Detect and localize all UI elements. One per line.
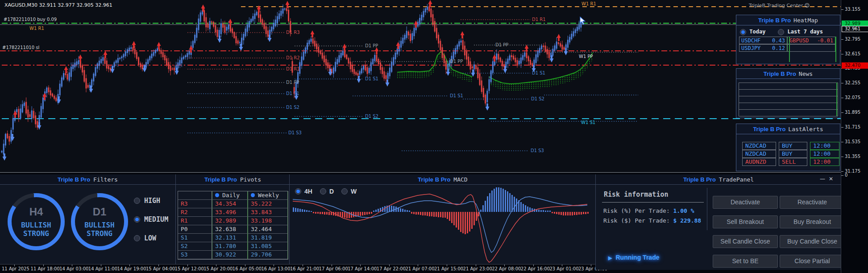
reactivate-button[interactable]: Reactivate	[780, 196, 845, 209]
macd-radio-w[interactable]: W	[341, 188, 357, 195]
panel-title: MACD	[453, 176, 467, 183]
macd-radio-4h[interactable]: 4H	[295, 188, 312, 195]
radio-dot-icon[interactable]	[251, 193, 255, 197]
pivot-daily-value: 32.131	[212, 234, 248, 242]
buy-signal-arrow-icon	[132, 41, 136, 48]
pivot-segment-label: D1 S3	[288, 130, 302, 135]
price-tick-label: 32.615	[845, 51, 860, 56]
triangle-icon: ▶	[608, 255, 612, 261]
pivots-header: Triple B Pro Pivots	[176, 174, 290, 185]
brand-label: Triple B Pro	[753, 126, 785, 132]
date-tick-label: 17 Apr 22:00	[377, 266, 406, 271]
buy-signal-arrow-icon	[557, 34, 561, 41]
price-tick-mark	[841, 157, 843, 157]
set-to-be-button[interactable]: Set to BE	[713, 255, 778, 268]
pivots-weekly-header[interactable]: Weekly	[248, 191, 288, 200]
radio-dot-icon[interactable]	[215, 193, 219, 197]
date-tick-label: 16 Apr 21:00	[290, 266, 319, 271]
pivot-segment-label: D1 S3	[531, 148, 544, 153]
buy-candle-close-button[interactable]: Buy Candle Close	[780, 235, 845, 248]
pivot-daily-value: 30.922	[212, 251, 248, 259]
pivot-level-name: R3	[178, 200, 212, 208]
price-tick-mark	[841, 9, 843, 10]
date-tick-label: 15 Apr 12:00	[175, 266, 204, 271]
alert-time: 12:00	[810, 158, 839, 166]
minimize-icon[interactable]: —	[820, 176, 829, 182]
pivots-corner-cell	[178, 191, 212, 200]
pivot-weekly-value: 33.843	[248, 208, 288, 217]
macd-radio-label: 4H	[304, 188, 312, 195]
buy-breakout-button[interactable]: Buy Breakout	[780, 215, 845, 228]
sell-breakout-button[interactable]: Sell Breakout	[713, 215, 778, 228]
panel-title: HeatMap	[793, 17, 818, 24]
news-panel: Triple B Pro News	[736, 68, 840, 118]
sell-signal-arrow-icon	[357, 76, 361, 83]
macd-header: Triple B Pro MACD	[290, 174, 596, 185]
radio-last7days[interactable]: Last 7 days	[778, 29, 823, 35]
date-tick-mark	[591, 265, 591, 266]
trading-terminal: XAGUSD,M30 32.911 32.977 32.905 32.961 #…	[0, 0, 868, 273]
radio-icon[interactable]	[320, 188, 326, 194]
radio-last7days-icon[interactable]	[778, 29, 784, 35]
heatmap-cell: GBPUSD-0.01	[787, 37, 835, 44]
heatmap-panel: Triple B Pro HeatMap Today Last 7 days U…	[736, 15, 840, 64]
gauge-direction: BULLISH	[21, 221, 51, 229]
pivot-segment-label: D1 R1	[532, 17, 546, 22]
radio-icon[interactable]	[341, 188, 348, 194]
filter-radio-high[interactable]: HIGH	[134, 197, 160, 205]
date-tick-label: 21 Apr 15:00	[434, 266, 463, 271]
price-tick-label: 31.355	[845, 154, 860, 159]
news-row	[739, 96, 838, 103]
deactivate-button[interactable]: Deactivate	[713, 196, 778, 209]
price-tick-label: 31.895	[845, 110, 860, 115]
pivot-weekly-value: 31.085	[248, 242, 288, 251]
panel-title: Pivots	[240, 176, 261, 183]
pivot-segment-label: D1 S2	[365, 114, 378, 119]
macd-radio-d[interactable]: D	[320, 188, 334, 195]
pivot-daily-value: 31.780	[212, 242, 248, 251]
buy-signal-arrow-icon	[461, 31, 465, 38]
alert-direction: SELL	[779, 158, 807, 166]
sell-candle-close-button[interactable]: Sell Candle Close	[713, 235, 778, 248]
radio-today[interactable]: Today	[740, 29, 765, 35]
filter-radio-medium[interactable]: MEDIUM	[134, 215, 168, 223]
price-tick-label: 31.715	[845, 124, 860, 129]
alert-row: AUDNZDSELL12:00	[742, 158, 839, 166]
filter-radio-low[interactable]: LOW	[134, 234, 156, 242]
date-tick-mark	[533, 265, 534, 266]
running-trade[interactable]: ▶Running Trade	[608, 254, 659, 261]
news-row	[739, 89, 838, 96]
close-icon[interactable]: ✕	[829, 176, 837, 182]
pivots-daily-header[interactable]: Daily	[212, 191, 248, 200]
tradepanel: Triple B Pro TradePanel —✕ Risk informat…	[595, 174, 841, 270]
smiley-icon: ☺	[805, 3, 810, 8]
sell-signal-arrow-icon	[471, 70, 475, 77]
close-partial-button[interactable]: Close Partial	[780, 255, 845, 268]
price-axis[interactable]: 33.15532.79532.61532.43532.25532.07531.8…	[841, 0, 868, 273]
date-tick-mark	[418, 265, 418, 266]
date-tick-label: 15 Apr 04:00	[146, 266, 175, 271]
price-tick-mark	[841, 127, 843, 128]
date-tick-mark	[389, 265, 390, 266]
strength-gauge-d1: D1BULLISHSTRONG	[71, 193, 128, 250]
pivot-segment-label: D1 S1	[532, 70, 545, 75]
gauge-timeframe: H4	[29, 206, 43, 218]
chart-pane[interactable]: XAGUSD,M30 32.911 32.977 32.905 32.961 #…	[0, 0, 841, 172]
radio-today-icon[interactable]	[740, 29, 746, 35]
news-row	[739, 103, 838, 110]
panel-title: TradePanel	[719, 176, 754, 183]
strength-gauge-h4: H4BULLISHSTRONG	[8, 193, 65, 250]
radio-icon[interactable]	[134, 235, 140, 241]
radio-icon[interactable]	[134, 198, 140, 204]
radio-icon[interactable]	[134, 216, 140, 223]
panel-title: Filters	[93, 176, 118, 183]
macd-panel: Triple B Pro MACD 4HDW	[289, 174, 596, 264]
price-tick-label: 0	[845, 173, 847, 178]
risk-row: Risk (%) Per Trade: 1.00 %	[603, 207, 694, 214]
pivot-daily-value: 32.989	[212, 217, 248, 225]
radio-icon[interactable]	[295, 188, 301, 194]
heatmap-cell: USDJPY0.12	[739, 44, 787, 52]
filter-radio-label: LOW	[144, 234, 156, 242]
price-tick-label: 32.075	[845, 95, 860, 100]
date-tick-mark	[360, 265, 361, 266]
